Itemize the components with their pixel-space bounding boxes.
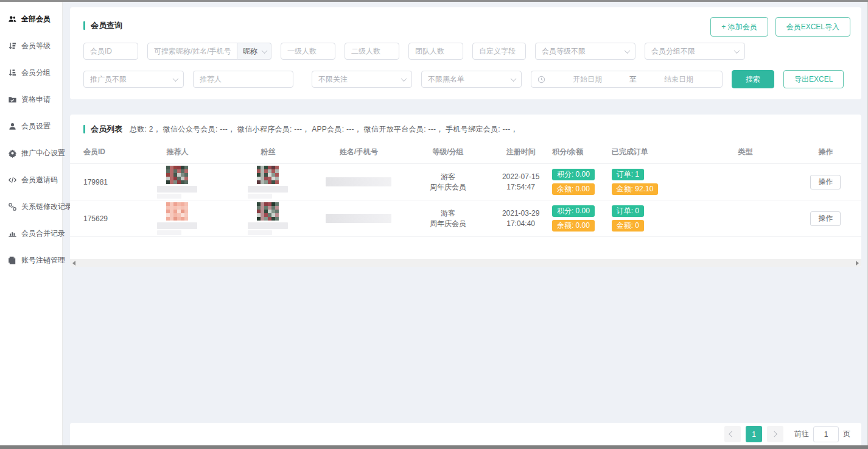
cell-referrer (130, 202, 225, 235)
chevron-down-icon (173, 76, 179, 82)
next-page-button[interactable] (767, 426, 783, 442)
keyword-type-select[interactable]: 昵称 (237, 43, 271, 60)
referrer-profile (157, 202, 197, 235)
follow-value: 不限关注 (318, 74, 348, 85)
cell-actions: 操作 (790, 175, 861, 189)
custom-field-input[interactable] (472, 43, 526, 60)
sidebar-item-member-settings[interactable]: 会员设置 (0, 113, 62, 140)
balance-badge: 余额: 0.00 (552, 220, 595, 232)
row-action-button[interactable]: 操作 (810, 211, 841, 226)
referrer-input[interactable] (193, 71, 293, 88)
keyword-search-group: 昵称 (147, 43, 271, 60)
blacklist-select[interactable]: 不限黑名单 (421, 71, 522, 88)
sidebar-item-qualification[interactable]: 资格申请 (0, 86, 62, 113)
sidebar-item-promotion-settings[interactable]: 推广中心设置 (0, 140, 62, 166)
register-date-range-picker[interactable]: 开始日期 至 结束日期 (531, 71, 723, 88)
register-time: 17:04:40 (489, 219, 552, 229)
chevron-down-icon (262, 48, 268, 54)
prev-page-button[interactable] (724, 426, 741, 442)
col-header-points-balance: 积分/余额 (552, 147, 612, 157)
sidebar-item-account-cancel[interactable]: 账号注销管理 (0, 247, 62, 274)
chevron-down-icon (401, 76, 407, 82)
referrer-profile (157, 166, 197, 199)
member-group-select[interactable]: 会员分组不限 (645, 43, 745, 60)
col-header-fans: 粉丝 (225, 147, 312, 157)
register-date: 2021-03-29 (489, 208, 552, 219)
team-count-input[interactable] (408, 43, 463, 60)
horizontal-scrollbar[interactable] (70, 259, 861, 267)
search-button[interactable]: 搜索 (732, 70, 774, 88)
cell-points-balance: 积分: 0.00 余额: 0.00 (552, 205, 612, 232)
page-unit-label: 页 (843, 429, 850, 439)
orders-badge: 订单: 0 (612, 205, 644, 217)
cell-referrer (130, 166, 225, 199)
col-header-name-phone: 姓名/手机号 (311, 147, 406, 157)
folder-check-icon (8, 95, 17, 104)
goto-page-input[interactable] (813, 426, 839, 442)
sidebar-item-label: 会员设置 (21, 121, 51, 132)
sidebar-item-member-levels[interactable]: 会员等级 (0, 32, 62, 59)
member-id-input[interactable] (83, 43, 138, 60)
member-group: 周年庆会员 (407, 219, 490, 229)
col-header-referrer: 推荐人 (130, 147, 225, 157)
link-icon (8, 202, 17, 211)
fans-avatar (257, 166, 279, 184)
current-page-button[interactable]: 1 (746, 426, 762, 442)
follow-select[interactable]: 不限关注 (312, 71, 412, 88)
sidebar-item-label: 会员等级 (21, 41, 51, 51)
excel-import-button[interactable]: 会员EXCEL导入 (775, 17, 850, 37)
col-header-type: 类型 (701, 147, 790, 157)
bar-chart-icon (8, 229, 17, 238)
cell-completed-orders: 订单: 1 金额: 92.10 (612, 169, 701, 195)
table-header-row: 会员ID 推荐人 粉丝 姓名/手机号 等级/分组 注册时间 积分/余额 已完成订… (70, 141, 861, 164)
sidebar-item-all-members[interactable]: 全部会员 (0, 5, 62, 32)
list-panel-title: 会员列表 (83, 124, 122, 135)
cell-name-phone (311, 177, 406, 186)
cell-level-group: 游客 周年庆会员 (407, 208, 490, 229)
blacklist-value: 不限黑名单 (428, 74, 464, 85)
chevron-left-icon (729, 431, 735, 437)
sidebar-item-member-groups[interactable]: 会员分组 (0, 59, 62, 86)
date-end-placeholder: 结束日期 (642, 74, 716, 85)
chevron-down-icon (734, 48, 740, 54)
member-query-panel: 会员查询 + 添加会员 会员EXCEL导入 昵称 (70, 7, 861, 99)
row-action-button[interactable]: 操作 (810, 175, 841, 189)
cell-fans (225, 166, 312, 199)
export-excel-button[interactable]: 导出EXCEL (783, 70, 844, 88)
window-top-edge (0, 0, 868, 2)
col-header-completed-orders: 已完成订单 (612, 147, 701, 157)
list-title-text: 会员列表 (91, 124, 122, 135)
amount-badge: 金额: 0 (612, 220, 644, 232)
cell-member-id: 175629 (70, 214, 130, 223)
sidebar-item-invite-code[interactable]: 会员邀请码 (0, 166, 62, 193)
sort-numeric-icon (8, 41, 17, 51)
query-actions: + 添加会员 会员EXCEL导入 (710, 17, 850, 37)
gear-icon (8, 149, 17, 158)
keyword-input[interactable] (147, 43, 237, 60)
member-level-select[interactable]: 会员等级不限 (535, 43, 635, 60)
referrer-name-redacted (157, 186, 197, 199)
date-start-placeholder: 开始日期 (550, 74, 625, 85)
register-time: 17:54:47 (489, 182, 552, 193)
sidebar-item-label: 推广中心设置 (21, 148, 65, 158)
level2-count-input[interactable] (345, 43, 399, 60)
sidebar-item-label: 会员邀请码 (21, 175, 58, 185)
app-root: 全部会员 会员等级 会员分组 资格申请 会员设置 推广中心设置 会员邀请码 关 (0, 0, 868, 449)
scroll-right-icon[interactable] (856, 261, 859, 266)
file-icon (8, 256, 17, 265)
sidebar-item-relation-log[interactable]: 关系链修改记录 (0, 193, 62, 220)
sidebar: 全部会员 会员等级 会员分组 资格申请 会员设置 推广中心设置 会员邀请码 关 (0, 2, 63, 445)
phone-redacted (326, 177, 391, 186)
window-bottom-edge (0, 445, 868, 449)
phone-redacted (326, 214, 391, 223)
level1-count-input[interactable] (281, 43, 335, 60)
cell-level-group: 游客 周年庆会员 (407, 172, 490, 193)
balance-badge: 余额: 0.00 (552, 183, 595, 195)
sidebar-item-label: 资格申请 (21, 94, 51, 105)
scroll-left-icon[interactable] (72, 261, 75, 266)
add-member-button[interactable]: + 添加会员 (710, 17, 768, 37)
filter-row-2: 推广员不限 不限关注 不限黑名单 开始日期 至 结束日期 (83, 70, 849, 88)
member-level-value: 会员等级不限 (542, 46, 586, 57)
promoter-select[interactable]: 推广员不限 (83, 71, 184, 88)
sidebar-item-merge-log[interactable]: 会员合并记录 (0, 220, 62, 247)
